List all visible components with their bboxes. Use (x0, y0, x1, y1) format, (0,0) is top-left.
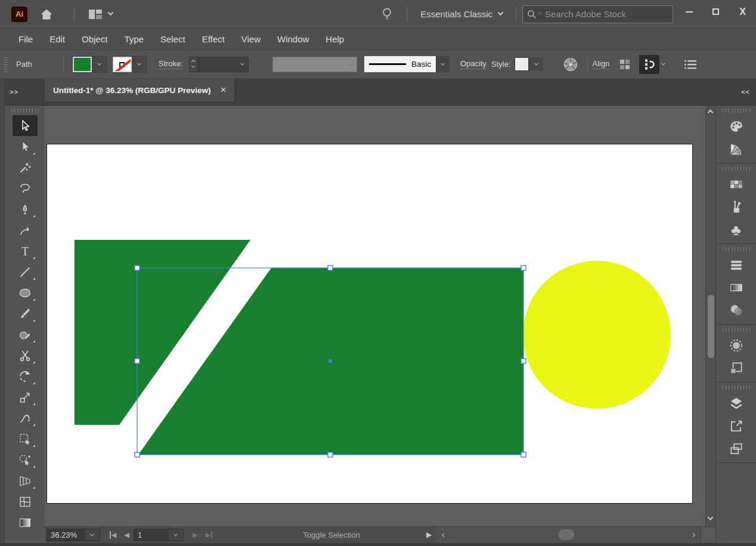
first-artboard-button[interactable]: ◀ (106, 531, 120, 539)
brushes-panel-button[interactable] (723, 196, 750, 218)
stock-search-box[interactable] (522, 5, 673, 23)
symbols-panel-button[interactable]: ♣ (723, 218, 750, 241)
horizontal-scroll-thumb[interactable] (558, 529, 574, 540)
scroll-down-icon[interactable] (708, 514, 714, 520)
zoom-field[interactable]: 36.23% (47, 529, 85, 541)
vertical-scroll-thumb[interactable] (708, 295, 714, 358)
graphic-styles-panel-button[interactable] (723, 357, 750, 380)
menu-view[interactable]: View (233, 29, 269, 50)
minimize-button[interactable] (676, 0, 702, 24)
selection-tool[interactable] (13, 115, 38, 136)
appearance-panel-button[interactable] (723, 334, 750, 357)
panel-grip[interactable] (723, 328, 750, 332)
stroke-color-swatch[interactable] (113, 57, 132, 72)
align-options-button[interactable] (639, 55, 659, 74)
asset-export-panel-button[interactable] (723, 415, 750, 437)
menu-window[interactable]: Window (269, 29, 317, 50)
workspace-switcher[interactable]: Essentials Classic (413, 2, 510, 26)
selection-center-point[interactable] (329, 359, 332, 363)
magic-wand-tool[interactable] (13, 157, 38, 178)
free-transform-tool[interactable] (13, 428, 38, 449)
ellipse-tool[interactable] (13, 282, 38, 303)
panel-grip[interactable] (4, 57, 8, 72)
fill-color-swatch[interactable] (73, 57, 92, 72)
paintbrush-tool[interactable] (13, 303, 38, 324)
graphic-style-dropdown[interactable] (529, 57, 543, 71)
search-input[interactable] (545, 9, 669, 19)
next-artboard-button[interactable]: ▶ (188, 531, 202, 539)
lasso-tool[interactable] (13, 178, 38, 199)
previous-artboard-button[interactable]: ◀ (120, 531, 134, 539)
rotate-tool[interactable] (13, 366, 38, 387)
align-options-chevron[interactable] (659, 54, 667, 75)
home-button[interactable] (32, 2, 61, 26)
status-display-field[interactable]: Toggle Selection (242, 530, 421, 539)
selection-handle[interactable] (135, 452, 140, 457)
scroll-right-icon[interactable] (691, 532, 695, 536)
arrange-documents-button[interactable] (80, 2, 120, 26)
status-options-button[interactable]: ▶ (421, 527, 436, 542)
transparency-panel-button[interactable] (723, 299, 750, 322)
artboard-field[interactable]: 1 (134, 529, 168, 541)
selection-handle[interactable] (328, 266, 333, 270)
canvas-svg[interactable] (45, 106, 705, 526)
recolor-artwork-button[interactable] (559, 54, 583, 75)
vertical-scrollbar[interactable] (705, 106, 715, 526)
yellow-circle[interactable] (523, 261, 671, 409)
fill-color-dropdown[interactable] (92, 57, 106, 72)
options-menu-button[interactable] (679, 54, 702, 75)
maximize-button[interactable] (702, 0, 729, 24)
fill-color-control[interactable] (72, 56, 107, 73)
color-guide-panel-button[interactable] (723, 138, 750, 161)
discover-button[interactable] (373, 2, 401, 26)
stroke-color-control[interactable] (112, 56, 147, 73)
graphic-style-control[interactable] (515, 57, 543, 71)
panel-collapse-button[interactable]: << (716, 79, 756, 106)
menu-edit[interactable]: Edit (41, 29, 73, 50)
swatches-panel-button[interactable] (723, 173, 750, 196)
width-tool[interactable] (13, 408, 38, 428)
align-objects-button[interactable] (614, 54, 636, 75)
selection-handle[interactable] (135, 266, 140, 270)
document-tab[interactable]: Untitled-1* @ 36.23% (RGB/GPU Preview) × (45, 79, 234, 101)
selection-handle[interactable] (521, 359, 526, 363)
scroll-up-icon[interactable] (708, 110, 714, 116)
gradient-panel-button[interactable] (723, 276, 750, 299)
selection-handle[interactable] (521, 266, 526, 270)
toolbar-grip[interactable] (11, 109, 39, 113)
type-tool[interactable]: T (13, 240, 38, 261)
horizontal-scrollbar[interactable] (436, 527, 701, 542)
panel-grip[interactable] (723, 166, 750, 171)
selection-handle[interactable] (135, 359, 140, 363)
align-label[interactable]: Align (593, 59, 610, 69)
brush-definition-dropdown[interactable]: Basic (364, 56, 436, 72)
artboard-dropdown[interactable] (168, 529, 184, 541)
line-segment-tool[interactable] (13, 261, 38, 282)
app-logo-icon[interactable]: Ai (11, 7, 27, 22)
direct-selection-tool[interactable] (13, 136, 38, 157)
menu-select[interactable]: Select (152, 29, 194, 50)
stroke-color-dropdown[interactable] (132, 57, 146, 72)
graphic-style-swatch[interactable] (515, 57, 529, 71)
shape-builder-tool[interactable] (13, 449, 38, 470)
pen-tool[interactable] (13, 199, 38, 220)
scissors-tool[interactable] (13, 345, 38, 366)
stroke-weight-label[interactable]: Stroke: (159, 59, 183, 69)
close-button[interactable]: X (729, 0, 756, 24)
last-artboard-button[interactable]: ▶ (202, 531, 216, 539)
menu-object[interactable]: Object (73, 29, 116, 50)
toolbar-collapse-button[interactable]: >> (5, 79, 45, 106)
stroke-weight-dropdown[interactable] (199, 57, 249, 72)
gradient-tool[interactable] (13, 512, 38, 533)
tab-close-icon[interactable]: × (220, 84, 226, 96)
layers-panel-button[interactable] (723, 392, 750, 415)
menu-help[interactable]: Help (317, 29, 352, 50)
panel-grip[interactable] (723, 247, 750, 251)
scroll-left-icon[interactable] (442, 532, 446, 536)
stroke-panel-button[interactable] (723, 254, 750, 276)
artboards-panel-button[interactable] (723, 437, 750, 460)
scale-tool[interactable] (13, 387, 38, 408)
menu-file[interactable]: File (10, 29, 41, 50)
curvature-tool[interactable] (13, 220, 38, 240)
panel-grip[interactable] (723, 385, 750, 390)
